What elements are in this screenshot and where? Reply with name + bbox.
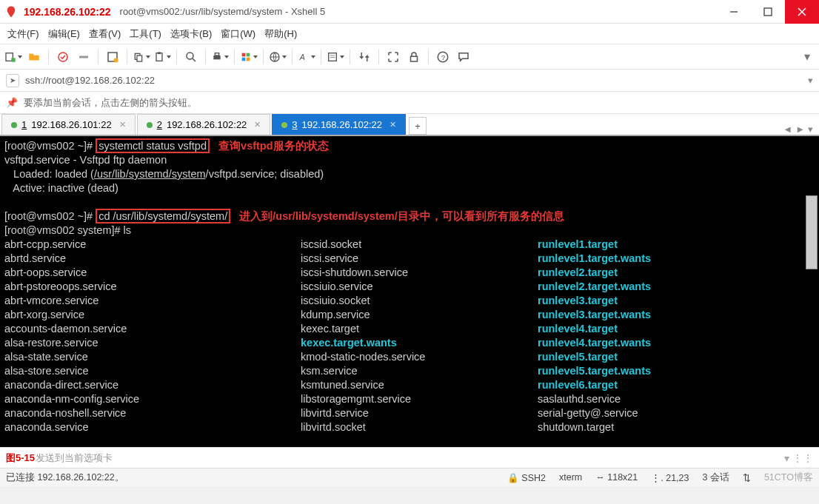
tab-prev-icon[interactable]: ◄	[783, 124, 792, 135]
send-dropdown-icon[interactable]: ▾ ⋮⋮	[784, 452, 813, 464]
svg-rect-16	[213, 56, 220, 59]
tab-close-icon[interactable]: ✕	[254, 120, 261, 130]
properties-button[interactable]	[104, 48, 121, 66]
address-input[interactable]	[25, 75, 802, 86]
addrbar-dropdown-icon[interactable]: ▾	[808, 75, 813, 86]
status-dot-icon	[281, 122, 287, 128]
menu-bar: 文件(F) 编辑(E) 查看(V) 工具(T) 选项卡(B) 窗口(W) 帮助(…	[0, 24, 819, 44]
tab-strip: 1 192.168.26.101:22✕ 2 192.168.26.102:22…	[0, 114, 819, 136]
watermark: 51CTO博客	[764, 471, 813, 484]
title-bar: 192.168.26.102:22 root@vms002:/usr/lib/s…	[0, 0, 819, 24]
tab-2[interactable]: 2 192.168.26.102:22✕	[137, 114, 271, 135]
terminal[interactable]: [root@vms002 ~]# systemctl status vsftpd…	[0, 136, 819, 447]
svg-rect-17	[215, 53, 218, 55]
title-ip: 192.168.26.102:22	[24, 6, 111, 18]
svg-rect-12	[156, 53, 162, 61]
status-dot-icon	[11, 122, 17, 128]
address-bar: ➤ ▾	[0, 70, 819, 92]
disconnect-button[interactable]	[75, 48, 93, 66]
open-button[interactable]	[25, 48, 43, 66]
svg-rect-7	[79, 56, 88, 58]
status-size: ↔ 118x21	[595, 472, 638, 483]
toolbar: A ? ▾	[0, 44, 819, 70]
pin-icon: 📌	[6, 97, 18, 108]
status-arrows[interactable]: ⇅	[743, 472, 751, 483]
svg-text:A: A	[299, 53, 305, 61]
hint-text: 要添加当前会话，点击左侧的箭头按钮。	[24, 96, 197, 110]
status-bar: 已连接 192.168.26.102:22。 🔒 SSH2 xterm ↔ 11…	[0, 468, 819, 486]
font-button[interactable]: A	[298, 48, 315, 66]
tab-nav: ◄►▾	[783, 124, 819, 135]
transfer-button[interactable]	[355, 48, 373, 66]
lang-button[interactable]	[269, 48, 287, 66]
svg-text:?: ?	[441, 53, 446, 61]
menu-tab[interactable]: 选项卡(B)	[170, 27, 212, 41]
menu-view[interactable]: 查看(V)	[89, 27, 121, 41]
tab-close-icon[interactable]: ✕	[390, 120, 396, 130]
svg-line-15	[193, 58, 195, 61]
svg-rect-21	[247, 57, 250, 61]
reconnect-button[interactable]	[54, 48, 72, 66]
svg-rect-5	[11, 58, 15, 61]
svg-rect-24	[329, 53, 337, 61]
status-pos: ⋮. 21,23	[651, 472, 689, 483]
status-sessions: 3 会话	[702, 471, 729, 484]
paste-button[interactable]	[153, 48, 171, 66]
svg-rect-27	[411, 56, 418, 61]
fullscreen-button[interactable]	[384, 48, 402, 66]
status-connection: 已连接 192.168.26.102:22。	[6, 471, 494, 484]
status-term: xterm	[559, 472, 582, 483]
help-button[interactable]: ?	[434, 48, 452, 66]
app-logo-icon	[4, 5, 18, 19]
title-text: root@vms002:/usr/lib/systemd/system - Xs…	[120, 6, 717, 17]
annotation-1: 查询vsftpd服务的状态	[210, 140, 329, 152]
addrbar-add-icon[interactable]: ➤	[6, 74, 19, 87]
annotation-2: 进入到/usr/lib/systemd/system/目录中，可以看到所有服务的…	[230, 210, 564, 222]
tab-menu-icon[interactable]: ▾	[808, 124, 813, 135]
menu-help[interactable]: 帮助(H)	[264, 27, 297, 41]
send-hint[interactable]: 发送到当前选项卡	[36, 451, 113, 465]
svg-rect-13	[158, 52, 161, 54]
svg-rect-19	[247, 53, 250, 56]
color-button[interactable]	[240, 48, 258, 66]
figure-label: 图5-15	[6, 451, 35, 465]
tab-3[interactable]: 3 192.168.26.102:22✕	[272, 114, 406, 135]
copy-button[interactable]	[133, 48, 150, 66]
status-ssh: 🔒 SSH2	[507, 472, 546, 483]
cmd-cd: cd /usr/lib/systemd/system/	[96, 209, 230, 224]
svg-rect-11	[137, 56, 142, 61]
find-button[interactable]	[182, 48, 200, 66]
close-button[interactable]	[785, 0, 819, 24]
minimize-button[interactable]	[717, 0, 751, 24]
status-dot-icon	[147, 122, 153, 128]
ls-output: abrt-ccpp.serviceiscsid.socketrunlevel1.…	[4, 238, 815, 434]
tab-close-icon[interactable]: ✕	[119, 120, 126, 130]
terminal-scrollbar[interactable]	[806, 195, 818, 269]
svg-point-6	[58, 53, 67, 61]
hint-bar: 📌 要添加当前会话，点击左侧的箭头按钮。	[0, 92, 819, 114]
add-tab-button[interactable]: +	[409, 117, 427, 135]
svg-point-14	[187, 53, 193, 59]
svg-rect-20	[242, 57, 246, 61]
chat-button[interactable]	[455, 48, 472, 66]
menu-edit[interactable]: 编辑(E)	[48, 27, 80, 41]
tab-next-icon[interactable]: ►	[795, 124, 805, 135]
svg-rect-18	[242, 53, 246, 56]
maximize-button[interactable]	[751, 0, 785, 24]
cmd-status: systemctl status vsftpd	[96, 138, 210, 153]
menu-tools[interactable]: 工具(T)	[130, 27, 161, 41]
send-input-bar: 图5-15 发送到当前选项卡 ▾ ⋮⋮	[0, 447, 819, 468]
new-session-button[interactable]	[4, 48, 22, 66]
menu-window[interactable]: 窗口(W)	[221, 27, 255, 41]
script-button[interactable]	[327, 48, 344, 66]
toolbar-overflow-icon[interactable]: ▾	[804, 50, 815, 64]
menu-file[interactable]: 文件(F)	[7, 27, 39, 41]
tab-1[interactable]: 1 192.168.26.101:22✕	[1, 114, 136, 135]
print-button[interactable]	[211, 48, 229, 66]
lock-button[interactable]	[405, 48, 423, 66]
svg-point-9	[114, 58, 118, 62]
svg-rect-1	[764, 8, 772, 16]
